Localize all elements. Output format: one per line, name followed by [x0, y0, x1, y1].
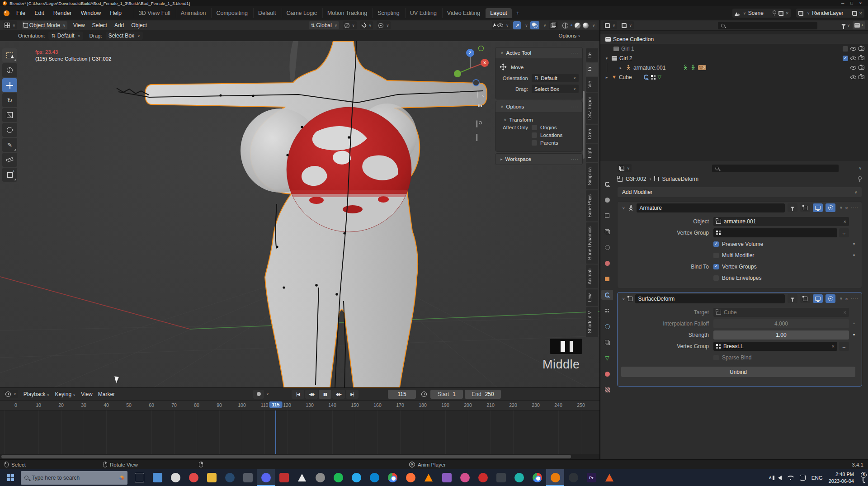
sd-vertex-group-field[interactable]: Breast.L×	[713, 342, 837, 351]
view-layer-selector[interactable]: ∨ RenderLayer ×	[796, 9, 864, 18]
timeline-menu-view[interactable]: View	[81, 391, 93, 397]
show-gizmo-toggle[interactable]: ↗	[513, 21, 521, 29]
npanel-tab-to[interactable]: To	[586, 63, 598, 76]
clear-vertex-group-icon[interactable]: ×	[832, 344, 835, 349]
shading-wireframe-button[interactable]	[562, 23, 568, 28]
gizmo-dropdown[interactable]: ∨	[525, 24, 528, 28]
navigation-gizmo[interactable]: Z X	[454, 46, 489, 86]
unlink-scene-icon[interactable]: ×	[786, 10, 788, 16]
add-modifier-button[interactable]: Add Modifier∨	[618, 187, 862, 197]
outliner-display-mode[interactable]: ∨	[620, 21, 634, 29]
bind-vertex-groups-checkbox[interactable]: Vertex Groups	[713, 264, 757, 270]
npanel-tab-shortcut-v[interactable]: Shortcut V	[586, 307, 598, 337]
scrollbar-thumb[interactable]	[1, 455, 571, 458]
tool-rotate[interactable]: ↻	[2, 93, 17, 107]
properties-tab-scene[interactable]	[601, 242, 613, 252]
mode-selector[interactable]: Object Mode∨	[22, 21, 67, 29]
pivot-point-selector[interactable]: ∨	[343, 21, 357, 29]
panel-grip-icon[interactable]: ····	[571, 157, 579, 162]
toggle-edit-mode-display[interactable]	[800, 203, 810, 212]
start-frame-field[interactable]: Start1	[430, 390, 463, 399]
panel-grip-icon[interactable]: ····	[571, 51, 579, 56]
workspace-tab-scripting[interactable]: Scripting	[373, 8, 404, 18]
wifi-icon[interactable]	[788, 476, 794, 480]
workspace-tab-default[interactable]: Default	[253, 8, 281, 18]
npanel-tab-simplica[interactable]: Simplica	[586, 163, 598, 189]
taskbar-clock[interactable]: 2:48 PM 2023-06-04	[829, 471, 854, 484]
drag-setting-dropdown[interactable]: Select Box∨	[106, 32, 143, 40]
npanel-tab-bone-dynamics[interactable]: Bone Dynamics	[586, 222, 598, 264]
viewport-canvas[interactable]: Z X ↻ ✎ fps: 23.43 (115) Scene Collectio…	[0, 41, 599, 387]
show-overlays-toggle[interactable]	[530, 21, 539, 29]
jump-to-start-button[interactable]: |◀	[292, 390, 304, 399]
tool-select-box[interactable]	[2, 48, 17, 62]
transform-orientation-selector[interactable]: ⇅ Global∨	[309, 21, 339, 29]
taskbar-search[interactable]	[21, 471, 127, 485]
clear-object-icon[interactable]: ×	[844, 219, 846, 224]
affect-parents-checkbox[interactable]: Parents	[532, 140, 558, 146]
selectability-visibility-dropdown[interactable]: ∨	[492, 21, 510, 29]
tool-annotate[interactable]: ✎	[2, 138, 17, 152]
npanel-tab-light[interactable]: Light	[586, 144, 598, 162]
modifier-extras-dropdown[interactable]: ∨	[840, 297, 842, 301]
npanel-drag-dropdown[interactable]: Select Box∨	[532, 85, 579, 93]
multi-modifier-checkbox[interactable]: Multi Modifier	[713, 252, 754, 259]
target-field[interactable]: Cube×	[713, 308, 849, 317]
clear-target-icon[interactable]: ×	[844, 310, 846, 315]
render-visibility-toggle[interactable]	[859, 47, 864, 51]
outliner-row-girl-2[interactable]: ▾ Girl 2	[600, 53, 868, 63]
hidden-icons-chevron[interactable]: ∧	[769, 475, 772, 481]
tool-measure[interactable]	[2, 153, 17, 167]
affect-origins-checkbox[interactable]: Origins	[532, 125, 557, 130]
shading-solid-button[interactable]	[571, 24, 572, 26]
armature-modifier-header[interactable]: ∨ Armature ∨ × ····	[618, 202, 862, 214]
properties-tab-object[interactable]	[601, 274, 613, 284]
tray-app-icon[interactable]	[800, 475, 806, 481]
outliner-search[interactable]	[718, 22, 817, 29]
remove-modifier-button[interactable]: ×	[845, 205, 848, 211]
menu-window[interactable]: Window	[77, 8, 105, 18]
animate-dot[interactable]: •	[849, 252, 859, 259]
armature-object-field[interactable]: armature.001×	[713, 217, 849, 226]
new-scene-icon[interactable]	[778, 11, 783, 16]
expand-arrow[interactable]: ▸	[618, 66, 623, 70]
toggle-edit-mode-cage[interactable]	[788, 294, 797, 303]
orientation-setting-dropdown[interactable]: ⇅Default∨	[48, 32, 83, 40]
modifier-extras-dropdown[interactable]: ∨	[840, 206, 842, 210]
overlays-dropdown[interactable]: ∨	[543, 24, 546, 28]
app-krita[interactable]	[438, 469, 456, 486]
editor-type-selector[interactable]: ∨	[3, 21, 17, 29]
workspace-tab-video-editing[interactable]: Video Editing	[442, 8, 485, 18]
toggle-realtime-display[interactable]	[813, 294, 823, 303]
outliner-row-scene-collection[interactable]: Scene Collection	[600, 34, 868, 44]
properties-editor-type[interactable]: ∨	[618, 164, 632, 172]
armature-vertex-group-field[interactable]	[713, 228, 837, 237]
playhead[interactable]	[275, 411, 276, 454]
render-visibility-toggle[interactable]	[859, 75, 864, 79]
task-view-button[interactable]	[130, 469, 148, 486]
camera-view-button[interactable]	[476, 121, 477, 127]
app-dark[interactable]	[492, 469, 510, 486]
tool-add-primitive[interactable]	[2, 168, 17, 182]
proportional-editing-toggle[interactable]: ∨	[377, 21, 391, 29]
properties-search[interactable]	[712, 165, 839, 172]
timeline-menu-keying[interactable]: Keying∨	[55, 391, 75, 397]
invert-vertex-group-button[interactable]: ↔	[839, 342, 849, 351]
render-visibility-toggle[interactable]	[859, 56, 864, 60]
toggle-render-display[interactable]	[826, 203, 835, 212]
menu-edit[interactable]: Edit	[30, 8, 48, 18]
app-utility[interactable]	[239, 469, 257, 486]
modifier-name-field[interactable]: SurfaceDeform	[635, 294, 785, 303]
notification-center-button[interactable]: 5	[863, 475, 863, 481]
auto-key-record-button[interactable]	[253, 390, 264, 399]
app-media-player[interactable]	[293, 469, 311, 486]
current-frame-field[interactable]: 115	[388, 390, 416, 399]
toggle-perspective-button[interactable]	[476, 134, 477, 141]
xray-toggle[interactable]	[549, 21, 558, 29]
exclude-checkbox[interactable]	[843, 46, 848, 52]
outliner-editor-type[interactable]: ∨	[603, 21, 617, 29]
app-chrome[interactable]	[383, 469, 401, 486]
app-edge[interactable]	[365, 469, 383, 486]
workspace-tab-layout[interactable]: Layout	[486, 8, 512, 18]
render-visibility-toggle[interactable]	[859, 66, 864, 70]
